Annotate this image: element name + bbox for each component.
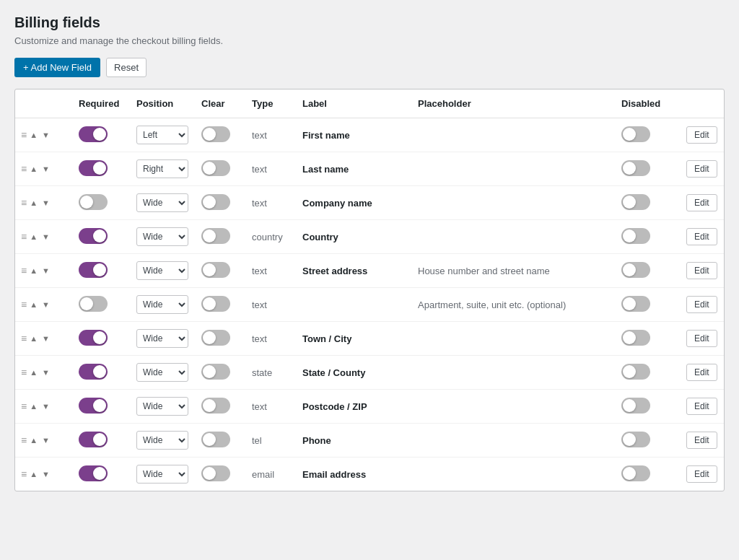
- move-down-button[interactable]: ▼: [40, 367, 51, 377]
- required-toggle[interactable]: [79, 160, 108, 176]
- drag-handle[interactable]: ≡ ▲ ▼: [21, 401, 67, 412]
- position-select[interactable]: LeftRightWide: [136, 193, 188, 212]
- drag-icon[interactable]: ≡: [21, 163, 27, 175]
- clear-toggle[interactable]: [201, 364, 230, 380]
- drag-icon[interactable]: ≡: [21, 401, 27, 412]
- clear-toggle[interactable]: [201, 465, 230, 481]
- move-up-button[interactable]: ▲: [28, 435, 39, 445]
- move-down-button[interactable]: ▼: [40, 401, 51, 411]
- edit-button[interactable]: Edit: [686, 262, 717, 279]
- clear-toggle[interactable]: [201, 330, 230, 346]
- move-down-button[interactable]: ▼: [40, 266, 51, 276]
- required-toggle[interactable]: [79, 296, 108, 312]
- drag-handle[interactable]: ≡ ▲ ▼: [21, 468, 67, 480]
- edit-button[interactable]: Edit: [686, 296, 717, 313]
- position-select[interactable]: LeftRightWide: [136, 126, 188, 144]
- required-toggle[interactable]: [79, 262, 108, 278]
- drag-handle[interactable]: ≡ ▲ ▼: [21, 434, 67, 446]
- drag-handle[interactable]: ≡ ▲ ▼: [21, 197, 67, 209]
- required-toggle[interactable]: [79, 228, 108, 244]
- move-up-button[interactable]: ▲: [28, 469, 39, 479]
- edit-button[interactable]: Edit: [686, 432, 717, 449]
- position-select[interactable]: LeftRightWide: [136, 295, 188, 314]
- move-up-button[interactable]: ▲: [28, 333, 39, 344]
- move-down-button[interactable]: ▼: [40, 435, 51, 445]
- disabled-toggle[interactable]: [621, 432, 650, 447]
- position-select[interactable]: LeftRightWide: [136, 329, 188, 348]
- move-up-button[interactable]: ▲: [28, 266, 39, 276]
- drag-icon[interactable]: ≡: [21, 265, 27, 276]
- drag-icon[interactable]: ≡: [21, 299, 27, 310]
- move-down-button[interactable]: ▼: [40, 333, 51, 344]
- required-toggle[interactable]: [79, 465, 108, 481]
- required-toggle[interactable]: [79, 364, 108, 380]
- move-up-button[interactable]: ▲: [28, 299, 39, 310]
- required-toggle[interactable]: [79, 398, 108, 414]
- position-select[interactable]: LeftRightWide: [136, 261, 188, 280]
- clear-toggle[interactable]: [201, 432, 230, 447]
- edit-button[interactable]: Edit: [686, 398, 717, 415]
- required-toggle[interactable]: [79, 126, 108, 142]
- add-new-field-button[interactable]: + Add New Field: [14, 58, 100, 77]
- drag-handle[interactable]: ≡ ▲ ▼: [21, 265, 67, 276]
- clear-toggle[interactable]: [201, 262, 230, 278]
- drag-icon[interactable]: ≡: [21, 197, 27, 209]
- position-select[interactable]: LeftRightWide: [136, 465, 188, 484]
- required-toggle[interactable]: [79, 330, 108, 346]
- drag-icon[interactable]: ≡: [21, 231, 27, 242]
- move-down-button[interactable]: ▼: [40, 198, 51, 208]
- move-up-button[interactable]: ▲: [28, 232, 39, 242]
- edit-button[interactable]: Edit: [686, 160, 717, 178]
- position-select[interactable]: LeftRightWide: [136, 431, 188, 450]
- edit-button[interactable]: Edit: [686, 465, 717, 483]
- position-select[interactable]: LeftRightWide: [136, 159, 188, 178]
- clear-toggle[interactable]: [201, 194, 230, 210]
- drag-icon[interactable]: ≡: [21, 333, 27, 344]
- drag-handle[interactable]: ≡ ▲ ▼: [21, 129, 67, 141]
- disabled-toggle[interactable]: [621, 364, 650, 380]
- drag-handle[interactable]: ≡ ▲ ▼: [21, 333, 67, 344]
- move-down-button[interactable]: ▼: [40, 130, 51, 140]
- disabled-toggle[interactable]: [621, 228, 650, 244]
- reset-button[interactable]: Reset: [106, 58, 147, 77]
- required-toggle[interactable]: [79, 432, 108, 447]
- drag-handle[interactable]: ≡ ▲ ▼: [21, 163, 67, 175]
- position-select[interactable]: LeftRightWide: [136, 363, 188, 382]
- required-toggle[interactable]: [79, 194, 108, 210]
- move-up-button[interactable]: ▲: [28, 367, 39, 377]
- drag-handle[interactable]: ≡ ▲ ▼: [21, 367, 67, 378]
- move-down-button[interactable]: ▼: [40, 232, 51, 242]
- position-select[interactable]: LeftRightWide: [136, 397, 188, 416]
- move-up-button[interactable]: ▲: [28, 130, 39, 140]
- disabled-toggle[interactable]: [621, 262, 650, 278]
- edit-button[interactable]: Edit: [686, 228, 717, 245]
- position-select[interactable]: LeftRightWide: [136, 227, 188, 246]
- edit-button[interactable]: Edit: [686, 126, 717, 144]
- move-down-button[interactable]: ▼: [40, 469, 51, 479]
- clear-toggle[interactable]: [201, 160, 230, 176]
- move-up-button[interactable]: ▲: [28, 401, 39, 411]
- disabled-toggle[interactable]: [621, 194, 650, 210]
- drag-handle[interactable]: ≡ ▲ ▼: [21, 299, 67, 310]
- drag-icon[interactable]: ≡: [21, 129, 27, 141]
- disabled-toggle[interactable]: [621, 160, 650, 176]
- drag-icon[interactable]: ≡: [21, 367, 27, 378]
- move-down-button[interactable]: ▼: [40, 299, 51, 310]
- move-up-button[interactable]: ▲: [28, 198, 39, 208]
- edit-button[interactable]: Edit: [686, 194, 717, 211]
- move-up-button[interactable]: ▲: [28, 164, 39, 174]
- move-down-button[interactable]: ▼: [40, 164, 51, 174]
- drag-handle[interactable]: ≡ ▲ ▼: [21, 231, 67, 242]
- clear-toggle[interactable]: [201, 398, 230, 414]
- edit-button[interactable]: Edit: [686, 364, 717, 381]
- edit-button[interactable]: Edit: [686, 330, 717, 347]
- disabled-toggle[interactable]: [621, 398, 650, 414]
- disabled-toggle[interactable]: [621, 126, 650, 142]
- clear-toggle[interactable]: [201, 228, 230, 244]
- clear-toggle[interactable]: [201, 296, 230, 312]
- drag-icon[interactable]: ≡: [21, 468, 27, 480]
- disabled-toggle[interactable]: [621, 296, 650, 312]
- drag-icon[interactable]: ≡: [21, 434, 27, 446]
- disabled-toggle[interactable]: [621, 330, 650, 346]
- clear-toggle[interactable]: [201, 126, 230, 142]
